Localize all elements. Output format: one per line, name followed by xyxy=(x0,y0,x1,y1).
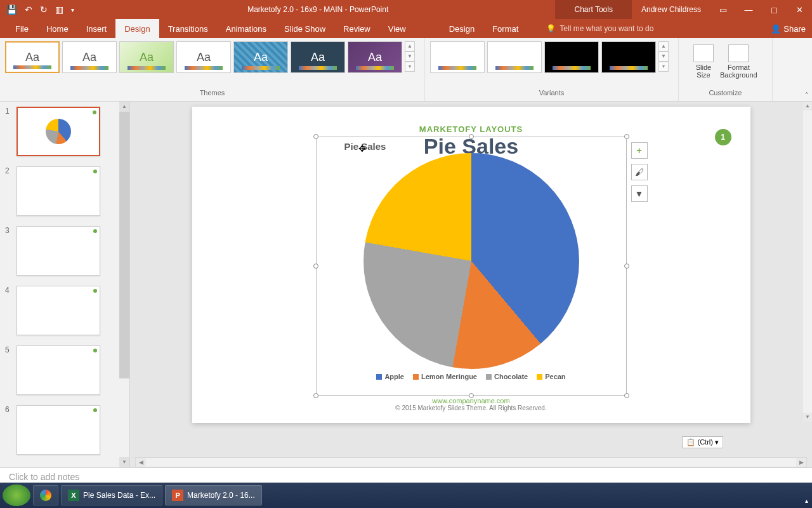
legend-item[interactable]: Pecan xyxy=(537,373,565,380)
slide-thumbnail-6[interactable]: 6 xyxy=(5,405,124,455)
variant-thumb[interactable] xyxy=(601,41,656,73)
gallery-more-icon[interactable]: ▾ xyxy=(658,62,669,72)
system-tray[interactable]: ▴ xyxy=(805,497,808,504)
gallery-up-icon[interactable]: ▲ xyxy=(658,41,669,51)
tab-chart-format[interactable]: Format xyxy=(483,19,527,38)
close-icon[interactable]: ✕ xyxy=(787,5,812,15)
window-title: Marketofy 2.0 - 16x9 - MAIN - PowerPoint xyxy=(81,5,555,14)
resize-handle[interactable] xyxy=(313,264,318,269)
tell-me-search[interactable]: 💡Tell me what you want to do xyxy=(546,24,653,33)
tab-chart-design[interactable]: Design xyxy=(440,19,483,38)
slide-thumbnail-4[interactable]: 4 xyxy=(5,286,124,335)
theme-thumb[interactable]: Aa xyxy=(233,41,288,73)
resize-handle[interactable] xyxy=(624,264,629,269)
tab-home[interactable]: Home xyxy=(37,19,77,38)
chart-title[interactable]: Pie Sales xyxy=(317,137,626,152)
group-label: Customize xyxy=(684,89,767,98)
qat-customize-icon[interactable]: ▾ xyxy=(71,6,74,13)
scroll-right-icon[interactable]: ▶ xyxy=(796,458,806,467)
title-bar: 💾 ↶ ↻ ▥ ▾ Marketofy 2.0 - 16x9 - MAIN - … xyxy=(0,0,812,19)
chart-elements-button[interactable]: + xyxy=(631,142,648,159)
gallery-down-icon[interactable]: ▼ xyxy=(405,51,415,62)
variants-gallery-arrows: ▲ ▼ ▾ xyxy=(658,41,669,72)
legend-item[interactable]: Apple xyxy=(376,373,404,380)
theme-thumb[interactable]: Aa xyxy=(62,41,117,73)
legend-item[interactable]: Lemon Meringue xyxy=(413,373,477,380)
tab-review[interactable]: Review xyxy=(334,19,379,38)
slide-footer-copyright: © 2015 Marketofy Slides Theme. All Right… xyxy=(192,404,750,411)
chart-object[interactable]: Pie Sales Apple Lemon Meringue Chocolate… xyxy=(316,137,627,396)
format-background-button[interactable]: Format Background xyxy=(720,44,757,79)
chart-styles-button[interactable]: 🖌 xyxy=(631,164,648,180)
variant-thumb[interactable] xyxy=(544,41,599,73)
start-from-beginning-icon[interactable]: ▥ xyxy=(55,4,63,15)
ribbon-tabs: File Home Insert Design Transitions Anim… xyxy=(0,19,812,38)
taskbar-item-chrome[interactable] xyxy=(33,485,58,505)
thumbnail-scrollbar[interactable]: ▲ ▼ xyxy=(119,102,129,467)
save-icon[interactable]: 💾 xyxy=(6,4,17,15)
tab-animations[interactable]: Animations xyxy=(217,19,275,38)
slide-canvas[interactable]: MARKETOFY LAYOUTS Pie Sales 1 Pie Sales … xyxy=(130,102,812,467)
redo-icon[interactable]: ↻ xyxy=(40,4,48,15)
theme-thumb[interactable]: Aa xyxy=(291,41,345,73)
taskbar-item-excel[interactable]: XPie Sales Data - Ex... xyxy=(61,485,162,505)
paste-options-button[interactable]: 📋(Ctrl) ▾ xyxy=(682,436,724,448)
gallery-down-icon[interactable]: ▼ xyxy=(658,51,669,62)
pie-chart[interactable] xyxy=(363,153,579,369)
slide-pretitle: MARKETOFY LAYOUTS xyxy=(192,107,750,134)
tab-design[interactable]: Design xyxy=(115,19,159,38)
slide-thumbnail-3[interactable]: 3 xyxy=(5,226,124,276)
share-button[interactable]: 👤Share xyxy=(771,24,806,34)
collapse-ribbon-icon[interactable]: ˄ xyxy=(805,91,808,98)
quick-access-toolbar: 💾 ↶ ↻ ▥ ▾ xyxy=(0,4,81,15)
resize-handle[interactable] xyxy=(469,134,474,139)
vertical-scrollbar[interactable]: ▲ ▼ xyxy=(803,102,812,422)
theme-thumb[interactable]: Aa xyxy=(5,41,60,73)
main-area: 1 2 3 4 5 6 ▲ ▼ MARKETOFY LAYOUTS Pie Sa… xyxy=(0,102,812,467)
slide-number-badge: 1 xyxy=(715,129,731,145)
tab-view[interactable]: View xyxy=(379,19,415,38)
minimize-icon[interactable]: ― xyxy=(736,5,761,15)
tab-file[interactable]: File xyxy=(6,19,37,38)
tab-transitions[interactable]: Transitions xyxy=(159,19,217,38)
start-button[interactable] xyxy=(3,485,30,506)
window-controls: ▭ ― ◻ ✕ xyxy=(710,5,812,15)
chart-legend[interactable]: Apple Lemon Meringue Chocolate Pecan xyxy=(317,373,626,380)
resize-handle[interactable] xyxy=(624,134,629,139)
gallery-up-icon[interactable]: ▲ xyxy=(405,41,415,51)
tab-insert[interactable]: Insert xyxy=(77,19,116,38)
theme-thumb[interactable]: Aa xyxy=(348,41,402,73)
legend-item[interactable]: Chocolate xyxy=(486,373,528,380)
clipboard-icon: 📋 xyxy=(686,438,695,446)
slide-thumbnail-2[interactable]: 2 xyxy=(5,166,124,216)
slide-thumbnail-1[interactable]: 1 xyxy=(5,107,124,156)
chart-filters-button[interactable]: ▼ xyxy=(631,185,648,202)
scroll-thumb[interactable] xyxy=(119,112,129,378)
scroll-up-icon[interactable]: ▲ xyxy=(119,102,129,112)
ribbon: Aa Aa Aa Aa Aa Aa Aa ▲ ▼ ▾ Themes ▲ ▼ ▾ xyxy=(0,38,812,102)
variant-thumb[interactable] xyxy=(430,41,485,73)
ribbon-display-icon[interactable]: ▭ xyxy=(710,5,736,15)
maximize-icon[interactable]: ◻ xyxy=(761,5,787,15)
powerpoint-icon: P xyxy=(172,490,183,501)
lightbulb-icon: 💡 xyxy=(546,24,556,33)
undo-icon[interactable]: ↶ xyxy=(25,4,32,15)
slide-size-button[interactable]: Slide Size xyxy=(693,44,714,79)
resize-handle[interactable] xyxy=(313,134,318,139)
gallery-more-icon[interactable]: ▾ xyxy=(405,62,415,72)
scroll-left-icon[interactable]: ◀ xyxy=(136,458,146,467)
theme-thumb[interactable]: Aa xyxy=(119,41,174,73)
scroll-down-icon[interactable]: ▼ xyxy=(803,413,812,422)
taskbar-item-powerpoint[interactable]: PMarketofy 2.0 - 16... xyxy=(165,485,262,505)
theme-thumb[interactable]: Aa xyxy=(176,41,231,73)
scroll-down-icon[interactable]: ▼ xyxy=(119,457,129,467)
scroll-up-icon[interactable]: ▲ xyxy=(803,102,812,110)
horizontal-scrollbar[interactable]: ◀ ▶ xyxy=(135,457,807,467)
slide[interactable]: MARKETOFY LAYOUTS Pie Sales 1 Pie Sales … xyxy=(192,107,750,423)
slide-thumbnail-5[interactable]: 5 xyxy=(5,345,124,395)
user-name[interactable]: Andrew Childress xyxy=(632,5,710,14)
taskbar: XPie Sales Data - Ex... PMarketofy 2.0 -… xyxy=(0,483,812,508)
variant-thumb[interactable] xyxy=(487,41,542,73)
tab-slide-show[interactable]: Slide Show xyxy=(275,19,334,38)
excel-icon: X xyxy=(68,490,79,501)
